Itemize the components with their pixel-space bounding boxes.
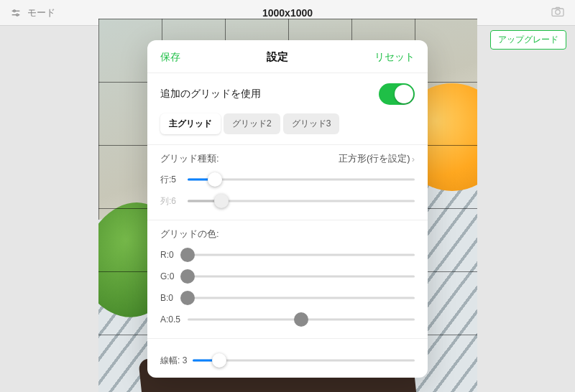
camera-icon [551,6,565,17]
a-label: A: [160,314,168,325]
settings-modal: 保存 設定 リセット 追加のグリッドを使用 主グリッド グリッド2 グリッド3 … [147,40,428,378]
modal-header: 保存 設定 リセット [147,40,428,73]
r-value: 0 [169,250,174,260]
camera-button[interactable] [551,6,565,20]
rows-value: 5 [171,174,176,185]
g-slider[interactable] [188,269,415,284]
sliders-icon [10,7,22,19]
b-value: 0 [168,293,173,303]
b-slider[interactable] [188,291,415,305]
width-slider[interactable] [193,353,415,368]
b-label: B: [160,293,168,303]
tab-main-grid[interactable]: 主グリッド [160,113,221,134]
toggle-section: 追加のグリッドを使用 主グリッド グリッド2 グリッド3 [147,73,428,144]
g-slider-row: G:0 [160,269,415,284]
tab-grid-3[interactable]: グリッド3 [283,113,340,134]
modal-body: 追加のグリッドを使用 主グリッド グリッド2 グリッド3 グリッド種類: 正方形… [147,73,428,378]
grid-type-row[interactable]: グリッド種類: 正方形(行を設定)› [160,152,415,165]
r-slider-row: R:0 [160,248,415,262]
grid-color-label: グリッドの色: [160,228,415,241]
b-slider-row: B:0 [160,291,415,305]
upgrade-button[interactable]: アップグレード [490,30,566,50]
a-slider[interactable] [188,312,415,327]
reset-button[interactable]: リセット [374,51,415,64]
width-value: 3 [183,355,188,365]
grid-type-section: グリッド種類: 正方形(行を設定)› 行:5 列:6 [147,144,428,220]
grid-tabs: 主グリッド グリッド2 グリッド3 [160,113,415,134]
grid-type-label: グリッド種類: [160,152,219,165]
line-width-section: 線幅: 3 [147,338,428,378]
r-label: R: [160,250,169,260]
rows-label: 行: [160,174,171,185]
toggle-knob [395,85,413,103]
svg-point-5 [556,9,560,14]
cols-slider-row: 列:6 [160,194,415,208]
svg-point-3 [17,14,19,16]
mode-label: モード [27,6,55,19]
tab-grid-2[interactable]: グリッド2 [224,113,280,134]
rows-slider-row: 行:5 [160,172,415,187]
grid-type-value: 正方形(行を設定) [339,152,410,165]
a-value: 0.5 [168,314,180,325]
cols-slider [188,194,415,208]
width-label: 線幅: [160,355,183,365]
cols-label: 列: [160,196,171,206]
width-slider-row: 線幅: 3 [160,353,415,368]
chevron-right-icon: › [412,154,415,164]
save-button[interactable]: 保存 [160,51,180,64]
g-value: 0 [170,271,175,281]
grid-color-section: グリッドの色: R:0 G:0 B:0 A:0.5 [147,220,428,338]
cols-value: 6 [171,196,176,206]
rows-slider[interactable] [188,172,415,187]
mode-button[interactable]: モード [10,6,55,19]
modal-title: 設定 [267,50,288,64]
page-title: 1000x1000 [262,7,313,19]
g-label: G: [160,271,170,281]
additional-grid-toggle[interactable] [379,83,415,105]
additional-grid-label: 追加のグリッドを使用 [160,88,261,101]
svg-point-2 [14,10,16,12]
a-slider-row: A:0.5 [160,312,415,327]
r-slider[interactable] [188,248,415,262]
app-root: モード 1000x1000 アップグレード 保存 設定 リセット 追加のグリッド… [0,0,575,392]
